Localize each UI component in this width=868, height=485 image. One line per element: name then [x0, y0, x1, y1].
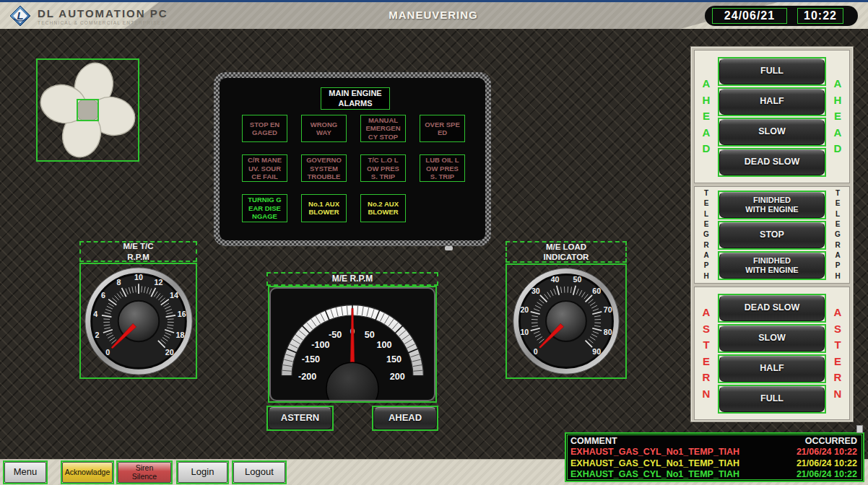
btn-frame: DEAD SLOW [718, 294, 826, 323]
svg-text:10: 10 [520, 328, 529, 336]
login-button-frame: Login [176, 460, 229, 484]
svg-text:50: 50 [573, 275, 582, 284]
svg-text:-100: -100 [311, 340, 329, 350]
svg-text:70: 70 [604, 305, 612, 314]
btn-frame: FINIDHED WITH ENGINE [718, 191, 826, 219]
panel-resize-handle[interactable] [445, 246, 453, 250]
svg-text:L: L [17, 9, 23, 22]
btn-ahead-half[interactable]: HALF [719, 89, 825, 115]
propeller-hub-box [77, 99, 99, 121]
ahead-button-frame: AHEAD [372, 406, 438, 431]
me-rpm-gauge-frame: -200-150-100-50050100150200 [268, 286, 437, 403]
svg-text:6: 6 [101, 291, 105, 300]
comment-header: COMMENT [570, 436, 617, 447]
menu-button[interactable]: Menu [4, 462, 46, 483]
alarm-row-occurred: 21/06/24 10:22 [797, 458, 859, 469]
svg-text:4: 4 [93, 310, 97, 318]
telegraph-panel: A H E A D FULL HALF SLOW DEAD SLOW A H E… [690, 46, 854, 422]
svg-text:10: 10 [134, 273, 143, 281]
astern-button-frame: ASTERN [266, 406, 334, 431]
alarm-row-occurred: 21/06/24 10:22 [797, 469, 859, 480]
telegraph-side-label-left: T E L E G R A P H [695, 188, 718, 281]
clock-panel: 24/06/21 10:22 [705, 6, 858, 26]
btn-frame: HALF [718, 354, 826, 383]
menu-button-frame: Menu [3, 460, 48, 484]
occurred-header: OCCURRED [805, 436, 859, 447]
astern-side-label-left: A S T E R N [695, 305, 718, 402]
alarm-tile-no1-aux-blower: No.1 AUX BLOWER [301, 194, 347, 222]
btn-stop[interactable]: STOP [719, 222, 825, 248]
btn-astern-half[interactable]: HALF [719, 356, 825, 382]
me-rpm-gauge: -200-150-100-50050100150200 [271, 290, 434, 400]
svg-text:80: 80 [604, 328, 612, 336]
acknowledge-button[interactable]: Acknowladge [62, 462, 113, 483]
time-display: 10:22 [797, 8, 843, 24]
alarm-row-occurred: 21/06/24 10:22 [797, 447, 859, 458]
load-indicator-gauge: 0102030405060708090 [511, 266, 622, 377]
svg-text:30: 30 [531, 287, 540, 295]
siren-silence-button[interactable]: Siren Silence [118, 462, 171, 483]
main-engine-alarms-panel: MAIN ENGINE ALARMS STOP EN GAGED WRONG W… [214, 72, 491, 246]
svg-text:20: 20 [520, 305, 529, 314]
btn-ahead-slow[interactable]: SLOW [719, 119, 825, 145]
logo-subtitle: TECHNICAL & COMMERCIAL ENTERPRISES [38, 20, 168, 25]
svg-text:40: 40 [551, 275, 560, 284]
alarm-tile-cr-maneuv-source-fail: C/R MANE UV. SOUR CE FAIL [242, 154, 287, 182]
alarm-grid: STOP EN GAGED WRONG WAY MANUAL EMERGEN C… [242, 115, 465, 222]
alarm-row[interactable]: EXHAUST_GAS_CYL_No1_TEMP_TIAH 21/06/24 1… [570, 458, 859, 469]
alarm-tile-turning-gear-disengage: TURNIG G EAR DISE NGAGE [242, 194, 287, 222]
logout-button-frame: Logout [232, 460, 287, 484]
ahead-side-label-left: A H E A D [695, 76, 718, 157]
date-display: 24/06/21 [712, 8, 787, 24]
alarm-row-comment: EXHAUST_GAS_CYL_No1_TEMP_TIAH [570, 458, 739, 469]
siren-silence-button-frame: Siren Silence [116, 460, 173, 484]
svg-text:12: 12 [154, 278, 162, 287]
astern-button[interactable]: ASTERN [268, 407, 332, 429]
logout-button[interactable]: Logout [233, 462, 285, 483]
alarm-tile-no2-aux-blower: No.2 AUX BLOWER [360, 194, 406, 222]
load-indicator-label: M/E LOAD INDICATOR [505, 241, 627, 263]
telegraph-side-label-right: T E L E G R A P H [826, 188, 849, 281]
alarms-title: MAIN ENGINE ALARMS [321, 87, 390, 110]
alarm-row-comment: EXHAUST_GAS_CYL_No1_TEMP_TIAH [570, 469, 739, 480]
telegraph-section-astern: A S T E R N DEAD SLOW SLOW HALF FULL A S… [694, 287, 850, 420]
tc-rpm-gauge-frame: 02468101214161820 [79, 263, 197, 379]
svg-text:16: 16 [177, 310, 186, 318]
login-button[interactable]: Login [178, 462, 227, 483]
btn-astern-slow[interactable]: SLOW [719, 325, 825, 351]
alarm-list: COMMENT OCCURRED EXHAUST_GAS_CYL_No1_TEM… [565, 432, 864, 482]
maneuvering-screen: L DL AUTOMATION PC TECHNICAL & COMMERCIA… [0, 0, 868, 485]
alarm-list-header: COMMENT OCCURRED [570, 436, 859, 447]
telegraph-section-ahead: A H E A D FULL HALF SLOW DEAD SLOW A H E… [694, 50, 850, 183]
svg-text:-200: -200 [298, 372, 316, 382]
acknowledge-button-frame: Acknowladge [61, 460, 114, 484]
btn-frame: DEAD SLOW [718, 148, 826, 177]
btn-astern-full[interactable]: FULL [719, 386, 825, 412]
btn-frame: SLOW [718, 118, 826, 147]
header-bar: L DL AUTOMATION PC TECHNICAL & COMMERCIA… [0, 0, 868, 29]
svg-text:50: 50 [365, 330, 375, 340]
alarm-tile-over-speed: OVER SPE ED [420, 115, 465, 142]
btn-astern-dead-slow[interactable]: DEAD SLOW [719, 295, 825, 321]
svg-text:-50: -50 [329, 330, 342, 340]
ahead-buttons: FULL HALF SLOW DEAD SLOW [718, 57, 826, 177]
alarm-row[interactable]: EXHAUST_GAS_CYL_No1_TEMP_TIAH 21/06/24 1… [570, 447, 859, 458]
astern-buttons: DEAD SLOW SLOW HALF FULL [718, 294, 826, 414]
ahead-button[interactable]: AHEAD [373, 407, 437, 429]
tc-rpm-gauge: 02468101214161820 [82, 265, 195, 377]
svg-text:150: 150 [386, 354, 402, 364]
svg-text:90: 90 [592, 347, 601, 356]
btn-finished-with-engine-bottom[interactable]: FINIDHED WITH ENGINE [719, 253, 825, 279]
btn-ahead-full[interactable]: FULL [719, 58, 825, 84]
svg-text:8: 8 [116, 278, 121, 287]
alarm-row[interactable]: EXHAUST_GAS_CYL_No1_TEMP_TIAH 21/06/24 1… [570, 469, 859, 480]
svg-text:0: 0 [105, 347, 110, 356]
ahead-side-label-right: A H E A D [826, 76, 849, 157]
btn-frame: FINIDHED WITH ENGINE [718, 251, 826, 280]
alarm-tile-governor-system-trouble: GOVERNO SYSTEM TROUBLE [301, 154, 347, 182]
logo: L DL AUTOMATION PC TECHNICAL & COMMERCIA… [9, 4, 168, 27]
btn-finished-with-engine-top[interactable]: FINIDHED WITH ENGINE [719, 192, 825, 218]
btn-ahead-dead-slow[interactable]: DEAD SLOW [719, 149, 825, 175]
scrollbar-nub[interactable] [856, 425, 863, 433]
alarm-tile-tc-lo-low-press-trip: T/C L.O L OW PRES S. TRIP [360, 154, 406, 182]
